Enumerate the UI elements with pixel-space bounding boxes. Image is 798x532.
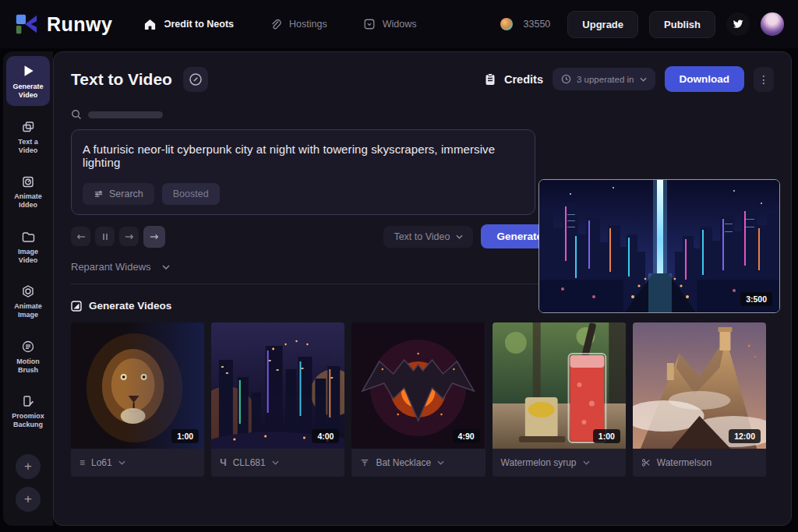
add-project-button[interactable]: + [16,454,41,479]
nav-item-hostings[interactable]: Hostings [270,18,327,30]
card-media[interactable]: 4:90 [351,322,485,449]
sidebar-item-animate-iddeo[interactable]: Animate Iddeo [6,167,50,216]
prompt-box[interactable]: A futurisic neor-lit cyberpunk city at n… [71,129,535,215]
nav-item-label: Ɔredit to Neots [164,19,234,30]
copy-icon [21,120,35,134]
arrow-right-icon [125,233,134,241]
duration-dropdown-label: 3 upperated in [577,75,634,84]
card-media[interactable]: 1:00 [71,322,204,449]
video-card[interactable]: 1:00 ≡ Lo61 [71,322,204,477]
sidebar-item-animate-image[interactable]: Animate Image [6,277,50,326]
video-card[interactable]: 12:00 Watermelson [633,322,766,477]
duration-dropdown[interactable]: 3 upperated in [553,68,655,90]
card-label: Watermelon syrup [501,457,577,468]
credits-count: 33550 [524,19,551,30]
card-footer[interactable]: Watermelson [633,449,766,477]
sidebar-item-image-video[interactable]: Image Video [6,223,50,271]
nav-item-home[interactable]: Ɔredit to Neots [143,18,234,31]
controls-row: Text to Video Generate [71,224,558,248]
preview-duration-badge: 3:500 [740,292,772,306]
sidebar-item-label: Generate Video [8,83,48,100]
more-options-button[interactable]: ⋮ [754,67,774,92]
prompt-text[interactable]: A futurisic neor-lit cyberpunk city at n… [83,143,524,169]
publish-button[interactable]: Publish [649,11,715,38]
card-duration-badge: 4:00 [312,429,339,443]
step-forward-button[interactable] [119,227,139,246]
video-card[interactable]: 1:00 Watermelon syrup [493,322,626,477]
step-back-button[interactable] [71,227,90,246]
twitter-icon [733,19,743,30]
brand-name: Runwy [47,13,112,36]
card-duration-badge: 1:00 [593,429,620,443]
card-duration-badge: 4:90 [453,429,480,443]
sidebar-item-label: Animate Image [8,302,48,320]
card-footer[interactable]: ≡ Lo61 [71,449,204,477]
doc-pen-icon [21,394,35,408]
chevron-down-icon [640,77,647,82]
twitter-button[interactable] [726,12,750,36]
upgrade-button[interactable]: Upgrade [567,11,638,38]
panel-header: Text to Video Credits 3 upperated [54,52,791,101]
prompt-actions: Serarch Boosted [83,183,524,205]
add-secondary-button[interactable]: + [16,487,41,512]
card-footer[interactable]: Watermelon syrup [493,449,626,477]
sidebar-item-proomiox-backung[interactable]: Proomiox Backung [6,387,50,435]
sidebar-item-label: Animate Iddeo [8,192,48,210]
home-icon [143,18,157,31]
top-navigation: Ɔredit to Neots Hostings Widows [143,18,416,31]
video-preview[interactable]: 3:500 [538,179,780,313]
card-media[interactable]: 12:00 [633,322,766,449]
card-duration-badge: 12:00 [729,429,761,443]
widget-icon [363,18,376,30]
sidebar-item-label: Image Video [8,248,48,266]
chevron-down-icon [118,460,125,465]
boosted-button[interactable]: Boosted [162,183,220,205]
arrow-right-icon [150,233,159,241]
chevron-down-icon [162,265,170,270]
filter-dropdown-label: Reparant Widews [71,261,151,273]
search-input[interactable] [71,106,774,123]
video-card[interactable]: 4:00 Ч CLL681 [211,322,344,477]
topbar: Runwy Ɔredit to Neots Hostings Widows 33… [0,0,798,48]
play-icon [20,63,36,79]
video-card[interactable]: 4:90 Bat Necklace [351,322,485,477]
card-footer[interactable]: Bat Necklace [351,449,485,477]
next-button[interactable] [143,226,165,248]
card-media[interactable]: 4:00 [211,322,344,449]
motion-brush-icon [21,340,35,354]
user-avatar[interactable] [761,12,784,36]
video-cards: 1:00 ≡ Lo61 [71,322,766,477]
credits-label[interactable]: Credits [483,72,543,86]
chevron-down-icon [272,460,279,465]
sidebar-item-text-a-video[interactable]: Text a Video [6,113,50,161]
card-label: Watermelson [657,457,711,468]
brand[interactable]: Runwy [14,12,112,37]
glyph-4-icon: Ч [220,457,226,468]
serarch-button[interactable]: Serarch [83,183,154,205]
sidebar-item-label: Text a Video [8,138,48,156]
search-placeholder-bar [88,111,163,118]
card-media[interactable]: 1:00 [493,322,626,449]
sidebar-item-generate-video[interactable]: Generate Video [6,56,50,106]
edit-title-button[interactable] [183,67,208,92]
mode-dropdown[interactable]: Text to Video [383,226,473,248]
credits-text: Credits [504,73,543,86]
lens-icon [21,284,35,298]
paperclip-icon [270,18,282,30]
pause-button[interactable] [95,227,115,246]
card-label: Bat Necklace [376,457,431,468]
arrow-left-icon [76,233,86,241]
sidebar-item-motion-brush[interactable]: Motion Brush [6,333,50,381]
card-label: CLL681 [233,457,266,468]
chevron-down-icon [456,234,463,239]
search-icon [71,109,82,120]
card-footer[interactable]: Ч CLL681 [211,449,344,477]
sort-icon: ≡ [79,457,85,468]
sliders-icon [94,189,104,199]
nav-item-label: Hostings [289,19,327,30]
clock-icon [561,74,571,84]
download-button[interactable]: Download [665,66,745,92]
chevron-down-icon [437,460,444,465]
chevron-down-icon [583,460,590,465]
nav-item-widows[interactable]: Widows [363,18,417,30]
